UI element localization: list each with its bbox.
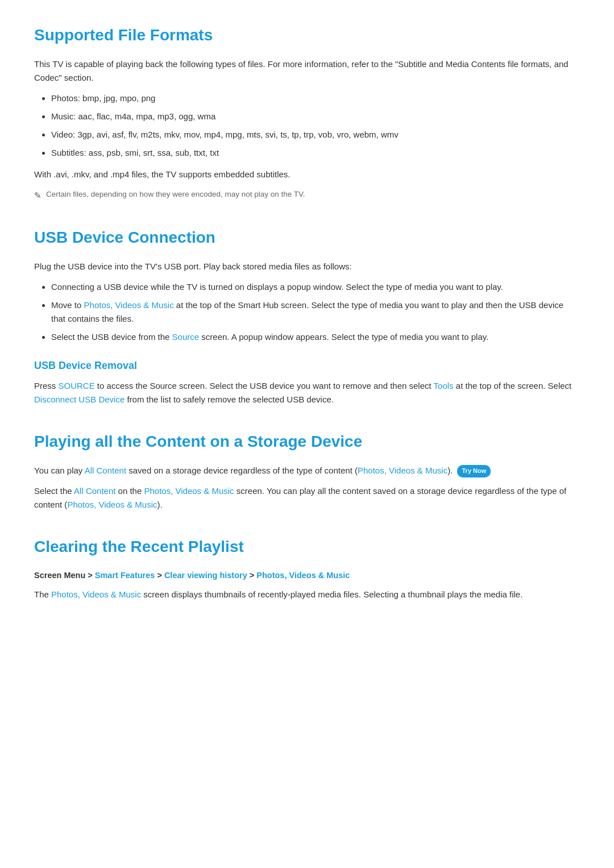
usb-connection-title: USB Device Connection — [34, 225, 580, 251]
caution-note: ✎ Certain files, depending on how they w… — [34, 188, 580, 202]
tools-link[interactable]: Tools — [434, 381, 454, 391]
playing-content-title: Playing all the Content on a Storage Dev… — [34, 429, 580, 455]
supported-formats-title: Supported File Formats — [34, 23, 580, 48]
usb-removal-title: USB Device Removal — [34, 358, 580, 374]
photos-videos-music-link-2[interactable]: Photos, Videos & Music — [358, 466, 447, 475]
photos-videos-music-link-1[interactable]: Photos, Videos & Music — [84, 300, 174, 310]
playing-content-para2: Select the All Content on the Photos, Vi… — [34, 484, 580, 512]
clearing-playlist-section: Clearing the Recent Playlist Screen Menu… — [34, 534, 580, 601]
usb-removal-subsection: USB Device Removal Press SOURCE to acces… — [34, 358, 580, 407]
photos-videos-music-link-5[interactable]: Photos, Videos & Music — [256, 571, 350, 580]
list-item: Subtitles: ass, psb, smi, srt, ssa, sub,… — [51, 146, 580, 160]
list-item-text: Connecting a USB device while the TV is … — [51, 282, 503, 292]
usb-connection-list: Connecting a USB device while the TV is … — [51, 280, 580, 344]
all-content-link-2[interactable]: All Content — [74, 486, 115, 496]
playing-content-section: Playing all the Content on a Storage Dev… — [34, 429, 580, 512]
clearing-playlist-text: The Photos, Videos & Music screen displa… — [34, 588, 580, 601]
list-item: Music: aac, flac, m4a, mpa, mp3, ogg, wm… — [51, 110, 580, 123]
all-content-link-1[interactable]: All Content — [85, 466, 126, 475]
usb-removal-text: Press SOURCE to access the Source screen… — [34, 379, 580, 406]
smart-features-link[interactable]: Smart Features — [95, 571, 155, 580]
caution-text: Certain files, depending on how they wer… — [46, 188, 305, 201]
list-item: Photos: bmp, jpg, mpo, png — [51, 92, 580, 105]
list-item-text: Move to Photos, Videos & Music at the to… — [51, 300, 563, 323]
list-item-text: Select the USB device from the Source sc… — [51, 332, 488, 342]
photos-videos-music-link-4[interactable]: Photos, Videos & Music — [67, 500, 157, 509]
photos-videos-music-link-6[interactable]: Photos, Videos & Music — [51, 589, 141, 599]
clear-viewing-history-link[interactable]: Clear viewing history — [164, 571, 247, 580]
source-link[interactable]: Source — [172, 332, 200, 342]
photos-videos-music-link-3[interactable]: Photos, Videos & Music — [144, 486, 234, 496]
usb-connection-intro: Plug the USB device into the TV's USB po… — [34, 260, 580, 273]
list-item: Video: 3gp, avi, asf, flv, m2ts, mkv, mo… — [51, 128, 580, 142]
supported-formats-list: Photos: bmp, jpg, mpo, png Music: aac, f… — [51, 92, 580, 160]
source-link-2[interactable]: SOURCE — [59, 381, 95, 391]
pencil-icon: ✎ — [34, 189, 42, 202]
usb-connection-section: USB Device Connection Plug the USB devic… — [34, 225, 580, 407]
clearing-playlist-title: Clearing the Recent Playlist — [34, 534, 580, 560]
disconnect-usb-link[interactable]: Disconnect USB Device — [34, 394, 125, 404]
list-item: Move to Photos, Videos & Music at the to… — [51, 298, 580, 326]
breadcrumb: Screen Menu > Smart Features > Clear vie… — [34, 569, 580, 582]
try-now-badge[interactable]: Try Now — [457, 465, 491, 477]
list-item: Select the USB device from the Source sc… — [51, 330, 580, 344]
supported-formats-intro: This TV is capable of playing back the f… — [34, 57, 580, 85]
list-item: Connecting a USB device while the TV is … — [51, 280, 580, 294]
playing-content-para1: You can play All Content saved on a stor… — [34, 464, 580, 477]
subtitle-note: With .avi, .mkv, and .mp4 files, the TV … — [34, 168, 580, 181]
supported-formats-section: Supported File Formats This TV is capabl… — [34, 23, 580, 202]
